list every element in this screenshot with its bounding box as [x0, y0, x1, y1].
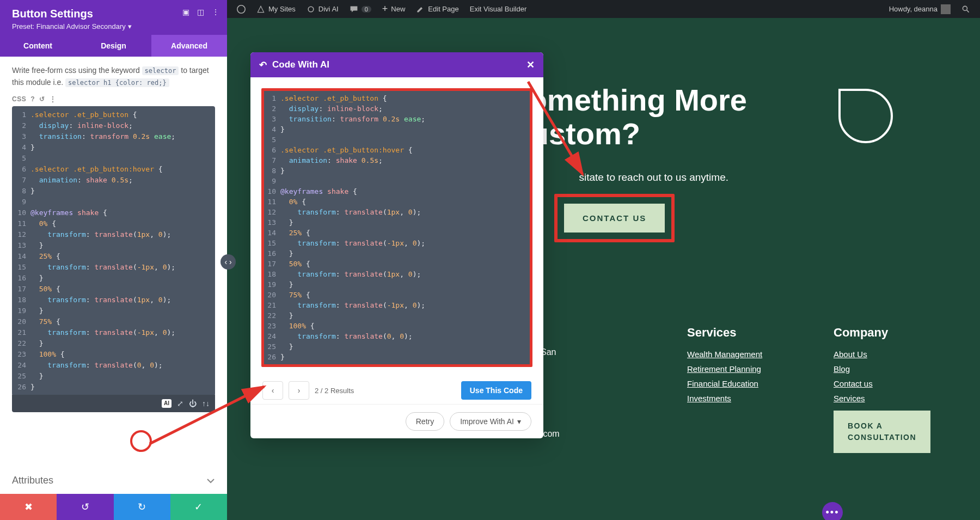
- footer-link[interactable]: Contact us: [834, 379, 947, 388]
- footer-link[interactable]: Investments: [687, 394, 801, 403]
- focus-icon[interactable]: ▣: [182, 8, 189, 16]
- annotation-contact-highlight: CONTACT US: [554, 194, 675, 242]
- book-consultation-button[interactable]: BOOK ACONSULTATION: [834, 411, 930, 453]
- expand-icon[interactable]: ⤢: [177, 399, 183, 408]
- hero-subtitle: sitate to reach out to us anytime.: [579, 172, 728, 183]
- ai-button[interactable]: AI: [162, 399, 171, 408]
- panel-header: Button Settings Preset: Financial Adviso…: [0, 0, 227, 35]
- avatar-icon: [941, 4, 951, 14]
- svg-point-1: [308, 7, 314, 12]
- tab-content[interactable]: Content: [0, 35, 76, 57]
- ai-code-editor[interactable]: 1.selector .et_pb_button {2 display: inl…: [261, 88, 532, 367]
- chevron-down-icon: ▾: [517, 417, 521, 426]
- new-content[interactable]: +New: [377, 0, 411, 18]
- svg-point-0: [237, 5, 245, 13]
- hero-title: Something More Custom?: [508, 83, 747, 150]
- more-icon[interactable]: ⋮: [212, 8, 219, 16]
- edit-page[interactable]: Edit Page: [411, 0, 464, 18]
- more-icon[interactable]: ⋮: [50, 95, 57, 103]
- use-this-code-button[interactable]: Use This Code: [461, 381, 531, 400]
- search-icon[interactable]: [956, 0, 976, 18]
- prev-result-button[interactable]: ‹: [262, 381, 283, 400]
- wp-admin-bar: My Sites Divi AI 0 +New Edit Page Exit V…: [227, 0, 980, 18]
- svg-point-2: [963, 6, 967, 10]
- my-sites[interactable]: My Sites: [251, 0, 301, 18]
- footer-company: Company About Us Blog Contact us Service…: [834, 326, 947, 453]
- footer-link[interactable]: Retirement Planning: [687, 364, 801, 374]
- panel-resize-handle[interactable]: ‹ ›: [220, 254, 236, 270]
- close-button[interactable]: ✖: [0, 494, 57, 520]
- attributes-section[interactable]: Attributes: [0, 467, 227, 494]
- tab-design[interactable]: Design: [76, 35, 151, 57]
- chevron-down-icon: [206, 476, 215, 485]
- ai-popup-title: Code With AI: [272, 59, 329, 70]
- howdy-user[interactable]: Howdy, deanna: [884, 0, 956, 18]
- retry-button[interactable]: Retry: [406, 412, 444, 431]
- footer-link[interactable]: Financial Education: [687, 379, 801, 388]
- close-icon[interactable]: ✕: [526, 59, 535, 71]
- back-icon[interactable]: ↶: [259, 59, 267, 71]
- footer-link[interactable]: Services: [834, 394, 947, 403]
- module-settings-panel: Button Settings Preset: Financial Adviso…: [0, 0, 227, 520]
- undo-icon[interactable]: ↺: [39, 95, 45, 103]
- css-code-editor[interactable]: 1.selector .et_pb_button {2 display: inl…: [12, 106, 215, 396]
- undo-button[interactable]: ↺: [57, 494, 113, 520]
- improve-with-ai-button[interactable]: Improve With AI ▾: [450, 412, 531, 431]
- panel-footer: ✖ ↺ ↻ ✓: [0, 494, 227, 520]
- editor-toolbar: AI ⤢ ⏻ ↑↓: [12, 395, 215, 412]
- footer-link[interactable]: Wealth Management: [687, 350, 801, 359]
- wp-logo[interactable]: [231, 0, 251, 18]
- brand-logo-icon: [838, 89, 893, 143]
- tab-advanced[interactable]: Advanced: [151, 35, 227, 57]
- sort-icon[interactable]: ↑↓: [202, 399, 210, 408]
- css-section-label: CSS ? ↺ ⋮: [12, 95, 215, 103]
- comments[interactable]: 0: [344, 0, 377, 18]
- footer-services: Services Wealth Management Retirement Pl…: [687, 326, 801, 453]
- pager-text: 2 / 2 Results: [315, 387, 354, 395]
- code-with-ai-popup: ↶ Code With AI ✕ 1.selector .et_pb_butto…: [250, 52, 543, 438]
- css-help-text: Write free-form css using the keyword se…: [12, 64, 215, 89]
- footer-link[interactable]: About Us: [834, 350, 947, 359]
- chevron-down-icon: ▾: [128, 22, 132, 30]
- help-icon[interactable]: ?: [30, 95, 35, 103]
- footer-link[interactable]: Blog: [834, 364, 947, 374]
- power-icon[interactable]: ⏻: [189, 399, 197, 408]
- preset-selector[interactable]: Preset: Financial Advisor Secondary ▾: [12, 22, 132, 30]
- builder-fab-button[interactable]: •••: [822, 502, 843, 520]
- redo-button[interactable]: ↻: [114, 494, 170, 520]
- panel-tabs: Content Design Advanced: [0, 35, 227, 57]
- layout-icon[interactable]: ◫: [197, 8, 204, 16]
- exit-visual-builder[interactable]: Exit Visual Builder: [464, 0, 532, 18]
- divi-ai-menu[interactable]: Divi AI: [301, 0, 344, 18]
- contact-us-button[interactable]: CONTACT US: [561, 200, 668, 236]
- next-result-button[interactable]: ›: [289, 381, 309, 400]
- save-button[interactable]: ✓: [170, 494, 227, 520]
